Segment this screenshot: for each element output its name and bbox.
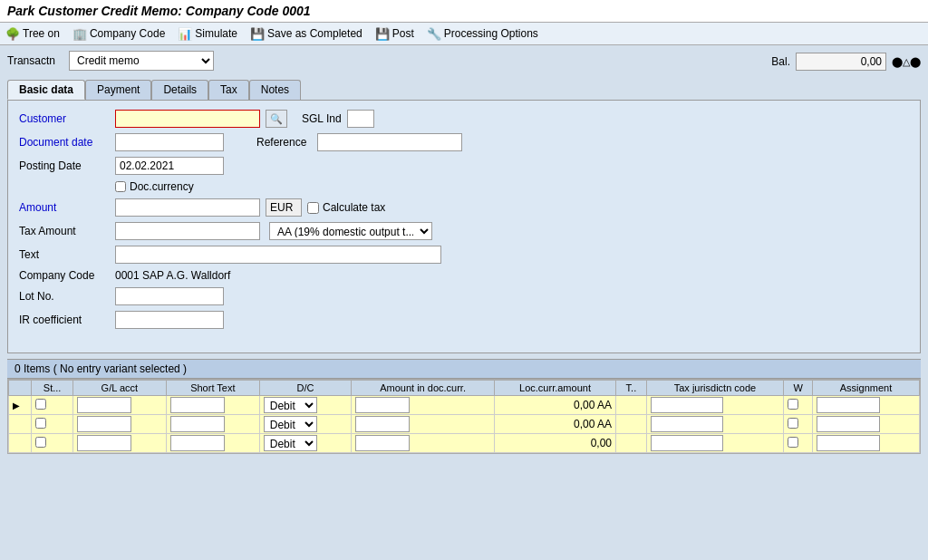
table-container: St... G/L acct Short Text D/C Amount in … (7, 379, 921, 454)
col-loc-amount: Loc.curr.amount (494, 381, 615, 396)
tax-code-select[interactable]: AA (19% domestic output t... (269, 222, 432, 240)
post-button[interactable]: 💾 Post (375, 26, 414, 41)
tax-jur-cell[interactable] (646, 396, 783, 415)
tax-code-cell (616, 415, 647, 434)
short-text-cell[interactable] (166, 415, 259, 434)
reference-input[interactable] (317, 133, 462, 151)
w-checkbox[interactable] (788, 418, 798, 429)
company-code-icon: 🏢 (72, 26, 87, 41)
dc-cell[interactable]: DebitCredit (259, 415, 351, 434)
table-header-row: St... G/L acct Short Text D/C Amount in … (9, 381, 920, 396)
status-checkbox[interactable] (35, 399, 46, 410)
col-assignment: Assignment (813, 381, 920, 396)
company-code-button[interactable]: 🏢 Company Code (72, 26, 165, 41)
bal-input[interactable] (796, 53, 886, 71)
tax-jur-cell[interactable] (646, 434, 783, 453)
amount-doc-cell[interactable] (352, 396, 495, 415)
doc-currency-checkbox-label[interactable]: Doc.currency (115, 180, 194, 193)
dc-select[interactable]: DebitCredit (264, 435, 317, 451)
tab-tax[interactable]: Tax (208, 80, 249, 100)
w-checkbox[interactable] (788, 399, 798, 410)
customer-search-button[interactable]: 🔍 (266, 110, 287, 128)
amount-input[interactable] (115, 198, 260, 217)
amount-doc-cell[interactable] (352, 434, 495, 453)
col-amount-doc: Amount in doc.curr. (352, 381, 495, 396)
table-row: DebitCredit 0,00 AA (9, 415, 920, 434)
calculate-tax-text: Calculate tax (323, 201, 385, 214)
short-text-input[interactable] (170, 397, 225, 413)
items-header: 0 Items ( No entry variant selected ) (7, 359, 921, 379)
assignment-input[interactable] (817, 397, 880, 413)
assignment-input[interactable] (817, 435, 880, 451)
status-checkbox[interactable] (35, 437, 46, 448)
amount-doc-input[interactable] (355, 435, 410, 451)
gl-acct-cell[interactable] (72, 415, 166, 434)
document-date-row: Document date Reference (19, 133, 909, 151)
doc-currency-checkbox[interactable] (115, 181, 126, 192)
amount-doc-input[interactable] (355, 416, 410, 432)
gl-acct-input[interactable] (77, 416, 131, 432)
posting-date-input[interactable] (115, 157, 224, 175)
w-cell[interactable] (784, 434, 813, 453)
short-text-input[interactable] (170, 435, 225, 451)
lot-no-label: Lot No. (19, 290, 110, 303)
col-icon (9, 381, 32, 396)
gl-acct-cell[interactable] (72, 434, 166, 453)
w-cell[interactable] (784, 396, 813, 415)
short-text-cell[interactable] (166, 434, 259, 453)
tax-amount-label: Tax Amount (19, 225, 110, 237)
amount-doc-input[interactable] (355, 397, 410, 413)
short-text-input[interactable] (170, 416, 225, 432)
tax-jur-cell[interactable] (646, 415, 783, 434)
save-as-completed-label: Save as Completed (267, 27, 362, 40)
text-input[interactable] (115, 246, 441, 264)
transactn-select[interactable]: Credit memo (69, 51, 214, 71)
tax-amount-input[interactable] (115, 222, 260, 240)
dc-cell[interactable]: DebitCredit (259, 434, 351, 453)
dc-select[interactable]: DebitCredit (264, 397, 317, 413)
calculate-tax-checkbox[interactable] (307, 202, 319, 214)
tax-code-cell (616, 396, 647, 415)
status-checkbox[interactable] (35, 418, 46, 429)
tax-jur-input[interactable] (651, 435, 723, 451)
gl-acct-cell[interactable] (72, 396, 166, 415)
customer-input[interactable] (115, 110, 260, 128)
assignment-input[interactable] (817, 416, 880, 432)
dc-select[interactable]: DebitCredit (264, 416, 317, 432)
tab-notes[interactable]: Notes (249, 80, 301, 100)
status-cell (32, 415, 73, 434)
company-code-label: Company Code (90, 27, 165, 40)
reference-label: Reference (256, 136, 306, 149)
dc-cell[interactable]: DebitCredit (259, 396, 351, 415)
text-label: Text (19, 248, 110, 261)
doc-currency-label: Doc.currency (130, 180, 194, 193)
ir-coefficient-input[interactable] (115, 311, 224, 329)
sgl-ind-input[interactable] (347, 110, 374, 128)
assignment-cell[interactable] (813, 396, 920, 415)
tab-payment[interactable]: Payment (85, 80, 151, 100)
w-checkbox[interactable] (788, 437, 798, 448)
bal-status-icons: ⬤△⬤ (892, 56, 921, 68)
tab-basic-data[interactable]: Basic data (7, 80, 85, 100)
col-tax-jur: Tax jurisdictn code (646, 381, 783, 396)
tab-details[interactable]: Details (151, 80, 208, 100)
processing-options-button[interactable]: 🔧 Processing Options (427, 26, 538, 41)
currency-input[interactable] (266, 198, 302, 217)
assignment-cell[interactable] (813, 415, 920, 434)
amount-doc-cell[interactable] (352, 415, 495, 434)
w-cell[interactable] (784, 415, 813, 434)
gl-acct-input[interactable] (77, 397, 131, 413)
assignment-cell[interactable] (813, 434, 920, 453)
tree-on-button[interactable]: 🌳 Tree on (5, 26, 60, 41)
lot-no-input[interactable] (115, 287, 224, 305)
col-status: St... (32, 381, 73, 396)
save-as-completed-button[interactable]: 💾 Save as Completed (250, 26, 362, 41)
simulate-button[interactable]: 📊 Simulate (178, 26, 237, 41)
tax-jur-input[interactable] (651, 416, 723, 432)
tax-jur-input[interactable] (651, 397, 723, 413)
calculate-tax-label[interactable]: Calculate tax (307, 201, 385, 214)
gl-acct-input[interactable] (77, 435, 131, 451)
short-text-cell[interactable] (166, 396, 259, 415)
document-date-input[interactable] (115, 133, 224, 151)
tree-icon: 🌳 (5, 26, 20, 41)
